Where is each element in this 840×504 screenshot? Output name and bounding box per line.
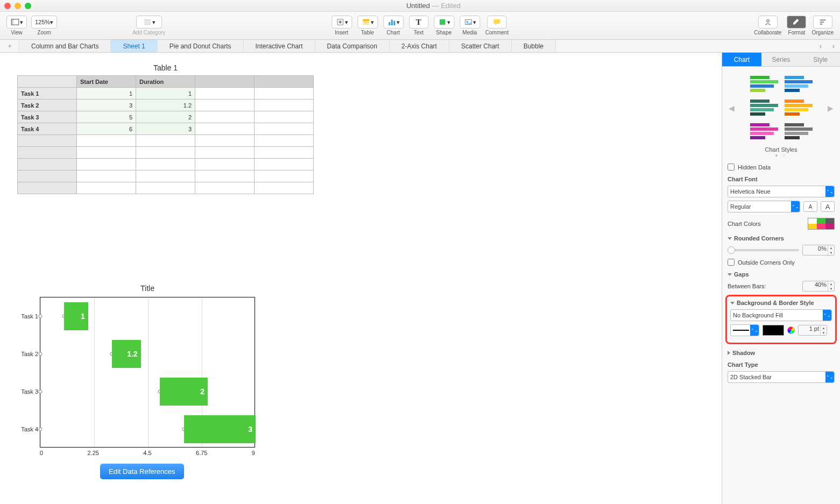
svg-point-18 [767,20,770,23]
sheet-tab-1[interactable]: Sheet 1 [111,40,157,52]
border-color-well[interactable] [763,325,784,336]
chart-type-select[interactable]: 2D Stacked Bar⌃⌄ [728,371,835,383]
font-larger-button[interactable]: A [821,201,835,212]
table-row[interactable] [18,147,314,159]
sheet-tab-6[interactable]: Scatter Chart [449,40,512,52]
media-button[interactable]: ▾ [460,16,480,29]
tab-scroll-right[interactable]: › [827,40,840,52]
svg-rect-11 [389,22,390,25]
inspector-tab-chart[interactable]: Chart [722,53,761,67]
chart-style-2[interactable] [783,74,814,95]
zoom-label: Zoom [37,30,51,36]
chart-font-select[interactable]: Helvetica Neue⌃⌄ [728,186,835,197]
chart-style-3[interactable] [749,98,780,118]
chart-style-4[interactable] [783,98,814,118]
table-row[interactable] [18,182,314,194]
collaborate-button[interactable] [758,16,778,29]
shape-button[interactable]: ▾ [434,16,454,29]
y-axis-label: Task 1 [16,313,38,320]
chart-style-1[interactable] [749,74,780,95]
chart-bar[interactable]: 3 [184,415,256,443]
rounded-corners-header[interactable]: Rounded Corners [728,235,835,242]
text-button[interactable]: T [409,16,428,29]
border-line-style-select[interactable]: ⌃⌄ [730,324,759,336]
chart-bar[interactable]: 1.2 [112,340,140,368]
hidden-data-checkbox[interactable] [728,164,735,171]
close-window-button[interactable] [4,3,11,9]
shadow-header[interactable]: Shadow [728,350,835,356]
table-widget[interactable]: Table 1 Start DateDurationTask 111Task 2… [17,63,314,194]
chart-selection-handle[interactable] [39,315,43,318]
between-bars-value[interactable]: 40%▲▼ [802,281,835,292]
insert-button[interactable]: ▾ [331,16,352,29]
table-row[interactable] [18,171,314,182]
svg-rect-1 [11,19,13,25]
outside-corners-checkbox[interactable] [728,259,735,266]
table-row[interactable]: Task 463 [18,123,314,135]
chart-button[interactable]: ▾ [383,16,404,29]
zoom-button[interactable]: 125% ▾ [31,16,57,29]
table-button[interactable]: ▾ [357,16,378,29]
chart-style-5[interactable] [749,122,780,142]
outside-corners-label: Outside Corners Only [738,259,795,266]
font-smaller-button[interactable]: A [803,201,817,212]
chart-selection-handle[interactable] [39,352,43,356]
sheet-tab-3[interactable]: Interactive Chart [244,40,315,52]
background-fill-select[interactable]: No Background Fill⌃⌄ [730,309,832,321]
table-row[interactable] [18,135,314,147]
add-sheet-button[interactable]: ＋ [0,40,19,52]
shape-label: Shape [436,30,451,36]
canvas[interactable]: Table 1 Start DateDurationTask 111Task 2… [0,53,722,504]
table-title[interactable]: Table 1 [17,63,314,72]
view-label: View [11,30,23,36]
edit-data-references-button[interactable]: Edit Data References [100,464,184,479]
y-axis-label: Task 2 [16,351,38,357]
zoom-window-button[interactable] [25,3,31,9]
inspector-tab-series[interactable]: Series [761,53,801,67]
bg-border-header[interactable]: Background & Border Style [730,300,832,306]
sheet-tab-2[interactable]: Pie and Donut Charts [158,40,244,52]
rounded-corners-value[interactable]: 0%▲▼ [802,245,835,255]
add-category-button[interactable]: ▾ [136,16,162,29]
table-row[interactable]: Task 111 [18,88,314,100]
chart-colors-swatch[interactable] [808,218,835,230]
collaborate-label: Collaborate [754,30,781,36]
data-table[interactable]: Start DateDurationTask 111Task 231.2Task… [17,75,314,194]
chart-selection-handle[interactable] [39,428,43,431]
rounded-corners-slider[interactable] [728,249,799,251]
sheet-tab-4[interactable]: Data Comparison [315,40,390,52]
chart-plot-area[interactable]: Task 11Task 21.2Task 32Task 43 [40,297,255,448]
organize-button[interactable] [813,16,832,29]
table-row[interactable]: Task 231.2 [18,100,314,111]
chart-style-6[interactable] [783,122,814,142]
border-weight-input[interactable]: 1 pt▲▼ [798,325,827,336]
x-axis-tick: 0 [40,450,43,456]
comment-button[interactable] [487,16,506,29]
x-axis-tick: 6.75 [196,450,207,456]
table-row[interactable]: Task 352 [18,111,314,123]
tab-scroll-left[interactable]: ‹ [814,40,827,52]
chart-label: Chart [387,30,400,36]
organize-label: Organize [811,30,834,36]
inspector-tab-style[interactable]: Style [801,53,840,67]
sheet-tab-0[interactable]: Column and Bar Charts [19,40,111,52]
chart-widget[interactable]: Title Task 11Task 21.2Task 32Task 43 02.… [14,284,255,479]
sheet-tab-7[interactable]: Bubble [512,40,556,52]
view-button[interactable]: ▾ [6,16,27,29]
chart-title[interactable]: Title [40,284,255,293]
styles-prev[interactable]: ◀ [728,104,736,112]
minimize-window-button[interactable] [15,3,21,9]
format-button[interactable] [787,16,806,29]
chart-selection-handle[interactable] [39,390,43,394]
media-label: Media [462,30,477,36]
chart-bar[interactable]: 2 [160,378,208,406]
table-row[interactable] [18,159,314,171]
x-axis-tick: 9 [252,450,255,456]
styles-next[interactable]: ▶ [827,104,835,112]
sheet-tab-5[interactable]: 2-Axis Chart [390,40,449,52]
chart-font-weight-select[interactable]: Regular⌃⌄ [728,201,800,212]
inspector-tabs: Chart Series Style [722,53,840,67]
color-picker-icon[interactable] [787,326,795,334]
gaps-header[interactable]: Gaps [728,271,835,278]
chart-bar[interactable]: 1 [64,302,88,330]
